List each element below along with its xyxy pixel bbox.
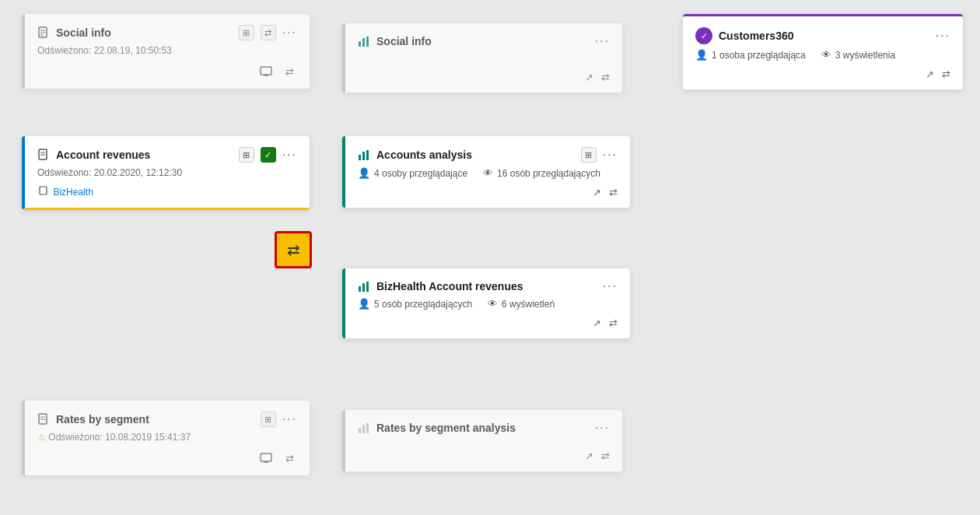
transfer-icon-c360[interactable]: ⇄ [942, 68, 950, 80]
aa-stat2-value: 16 osób przeglądających [497, 168, 600, 179]
account-revenues-meta: Odświeżono: 20.02.2020, 12:12:30 [37, 167, 297, 178]
social-info-mid-more[interactable]: ··· [595, 34, 610, 48]
svg-rect-13 [40, 187, 47, 194]
svg-rect-9 [366, 37, 369, 47]
badge-icon-1[interactable]: ⊞ [239, 25, 254, 40]
badge-icon-ar1[interactable]: ⊞ [239, 147, 254, 163]
chart-icon-aa [358, 149, 370, 161]
svg-rect-14 [359, 155, 361, 160]
person-icon-ba: 👤 [358, 298, 370, 310]
customers360-title: Customers360 [719, 30, 929, 42]
customers360-card: ✓ Customers360 ··· 👤 1 osoba przeglądają… [683, 14, 963, 89]
bizhealth-account-more[interactable]: ··· [603, 279, 618, 293]
social-info-card-top: Social info ⊞ ⇄ ··· Odświeżono: 22.08.19… [22, 14, 310, 89]
chart-icon-ba [358, 280, 370, 293]
svg-rect-4 [261, 67, 271, 75]
svg-rect-17 [359, 286, 361, 292]
social-info-top-meta: Odświeżono: 22.08.19, 10:50:53 [37, 45, 297, 56]
svg-rect-7 [359, 41, 361, 47]
expand-icon-rbsa[interactable]: ↗ [585, 450, 593, 462]
svg-rect-16 [366, 150, 369, 160]
expand-icon-ba[interactable]: ↗ [593, 317, 601, 329]
expand-icon-aa[interactable]: ↗ [593, 187, 601, 198]
badge-icon-rbs[interactable]: ⊞ [261, 412, 276, 427]
bizhealth-account-card: BizHealth Account revenues ··· 👤 5 osób … [342, 268, 630, 338]
person-icon-c: 👤 [695, 49, 708, 61]
monitor-icon-rbs[interactable] [258, 450, 274, 466]
rates-analysis-title: Rates by segment analysis [376, 422, 589, 434]
rates-by-segment-meta: ⚠ Odświeżono: 10.08.2019 15:41:37 [37, 432, 297, 443]
account-revenues-more[interactable]: ··· [282, 148, 297, 162]
customers360-stat1-value: 1 osoba przeglądająca [712, 50, 806, 61]
rates-by-segment-title: Rates by segment [56, 413, 254, 426]
svg-rect-8 [362, 38, 365, 47]
expand-icon-mid[interactable]: ↗ [585, 72, 593, 83]
transfer-icon-mid[interactable]: ⇄ [601, 72, 610, 83]
transfer-icon-ba[interactable]: ⇄ [609, 317, 618, 329]
transfer-btn-icon: ⇄ [287, 240, 300, 259]
transfer-highlight-button[interactable]: ⇄ [275, 231, 312, 268]
warning-icon-rbs: ⚠ [37, 432, 46, 443]
chart-icon-mid [358, 35, 370, 47]
rates-by-segment-card: Rates by segment ⊞ ··· ⚠ Odświeżono: 10.… [22, 401, 310, 475]
ba-stat2-value: 6 wyświetleń [502, 299, 555, 310]
social-info-mid-title: Social info [376, 35, 589, 47]
bizhealth-account-title: BizHealth Account revenues [376, 280, 597, 293]
transfer-icon-top[interactable]: ⇄ [282, 64, 297, 79]
badge-icon-ar2[interactable]: ✓ [261, 147, 276, 163]
accounts-analysis-title: Accounts analysis [376, 149, 575, 161]
badge-icon-2[interactable]: ⇄ [261, 25, 276, 40]
customers360-stat2: 👁 3 wyświetlenia [821, 49, 895, 61]
svg-rect-28 [366, 423, 369, 433]
ba-stat1-value: 5 osób przeglądających [374, 299, 472, 310]
bizhealth-link[interactable]: BizHealth [53, 187, 93, 198]
svg-rect-27 [362, 425, 365, 433]
transfer-icon-rbs[interactable]: ⇄ [282, 450, 297, 466]
doc-icon-ar [37, 149, 50, 161]
svg-rect-19 [366, 282, 369, 292]
customers360-more[interactable]: ··· [936, 29, 950, 43]
customers-icon: ✓ [695, 27, 712, 44]
transfer-icon-rbsa[interactable]: ⇄ [601, 450, 610, 462]
rates-by-segment-analysis-card: Rates by segment analysis ··· ↗ ⇄ [342, 410, 622, 471]
customers360-stat2-value: 3 wyświetlenia [835, 50, 895, 61]
accounts-analysis-card: Accounts analysis ⊞ ··· 👤 4 osoby przegl… [342, 136, 630, 208]
ba-stat2: 👁 6 wyświetleń [488, 298, 555, 310]
accounts-analysis-more[interactable]: ··· [603, 148, 618, 162]
svg-rect-23 [261, 454, 271, 461]
doc-icon-rbs [37, 413, 50, 426]
aa-stat2: 👁 16 osób przeglądających [483, 167, 600, 179]
account-revenues-title: Account revenues [56, 149, 233, 161]
link-icon-ar [37, 184, 50, 197]
aa-stat1: 👤 4 osoby przeglądające [358, 167, 467, 179]
monitor-icon[interactable] [258, 64, 274, 79]
svg-rect-18 [362, 283, 365, 292]
svg-rect-26 [359, 428, 361, 433]
rates-by-segment-more[interactable]: ··· [282, 412, 297, 426]
account-revenues-card: Account revenues ⊞ ✓ ··· Odświeżono: 20.… [22, 136, 310, 210]
social-info-card-mid: Social info ··· ↗ ⇄ [342, 23, 622, 93]
eye-icon-c: 👁 [821, 49, 831, 61]
eye-icon-aa: 👁 [483, 167, 493, 179]
social-info-top-more[interactable]: ··· [282, 26, 297, 40]
document-icon [37, 26, 50, 39]
transfer-icon-aa[interactable]: ⇄ [609, 187, 618, 198]
eye-icon-ba: 👁 [488, 298, 498, 310]
expand-icon-c360[interactable]: ↗ [926, 68, 934, 80]
ba-stat1: 👤 5 osób przeglądających [358, 298, 472, 310]
customers360-stat1: 👤 1 osoba przeglądająca [695, 49, 806, 61]
canvas: Social info ⊞ ⇄ ··· Odświeżono: 22.08.19… [0, 0, 980, 515]
svg-rect-15 [362, 152, 365, 160]
badge-icon-aa[interactable]: ⊞ [581, 147, 597, 163]
chart-icon-rbsa [358, 422, 370, 434]
rates-analysis-more[interactable]: ··· [595, 421, 610, 435]
person-icon-aa: 👤 [358, 167, 370, 179]
aa-stat1-value: 4 osoby przeglądające [374, 168, 467, 179]
social-info-top-title: Social info [56, 26, 233, 39]
